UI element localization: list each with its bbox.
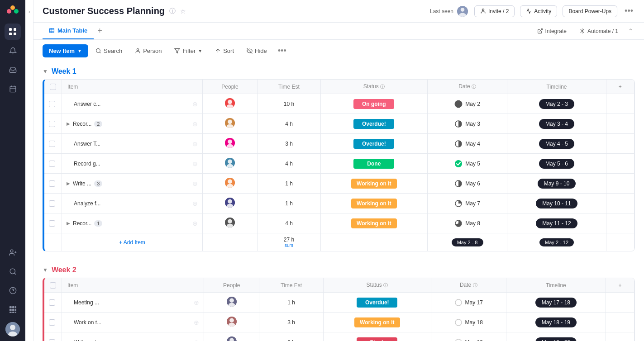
- row-checkbox[interactable]: [49, 299, 55, 306]
- row-checkbox[interactable]: [49, 121, 55, 127]
- svg-point-77: [455, 299, 462, 306]
- svg-point-1: [10, 5, 15, 10]
- svg-rect-6: [14, 33, 16, 35]
- info-icon[interactable]: ⓘ: [169, 7, 176, 15]
- new-item-button[interactable]: New Item ▼: [43, 44, 88, 57]
- row-extra-cell: [606, 114, 634, 134]
- status-badge[interactable]: Overdue!: [353, 119, 394, 129]
- activity-button[interactable]: Activity: [520, 5, 557, 17]
- automate-button[interactable]: Automate / 1: [575, 26, 623, 37]
- date-value: May 8: [465, 220, 480, 227]
- sidebar-item-search[interactable]: [5, 263, 21, 279]
- status-badge[interactable]: Working on it: [351, 199, 396, 208]
- sort-button[interactable]: Sort: [210, 45, 239, 57]
- sidebar-collapse[interactable]: ›: [25, 0, 33, 341]
- svg-point-14: [10, 269, 15, 274]
- add-item-row: + Add Item 27 h sum May 2 - 8 May 2 - 12: [44, 233, 634, 251]
- expand-icon[interactable]: ▶: [67, 121, 70, 126]
- app-logo[interactable]: [6, 5, 19, 18]
- add-item-cell[interactable]: + Add Item: [62, 233, 203, 251]
- add-subitem-button[interactable]: ⊕: [192, 120, 198, 128]
- row-checkbox[interactable]: [49, 339, 55, 341]
- status-badge[interactable]: Overdue!: [353, 139, 394, 149]
- tab-main-table[interactable]: Main Table: [43, 23, 94, 39]
- date-cell: May 17: [431, 293, 506, 313]
- col-add[interactable]: +: [606, 80, 634, 94]
- topbar-more-button[interactable]: •••: [623, 5, 635, 18]
- expand-icon[interactable]: ▶: [67, 221, 70, 226]
- header-checkbox[interactable]: [50, 84, 56, 90]
- svg-rect-26: [15, 312, 16, 313]
- expand-icon[interactable]: ▶: [67, 181, 70, 186]
- table-row: Answer c... ⊕ 10 h On going May 2: [44, 94, 634, 114]
- add-subitem-button[interactable]: ⊕: [192, 100, 198, 108]
- sidebar-item-person-add[interactable]: [5, 244, 21, 260]
- svg-point-60: [227, 164, 234, 169]
- tabbar-collapse-button[interactable]: ⌃: [626, 26, 635, 36]
- avatar: [224, 217, 236, 228]
- week1-header[interactable]: ▼ Week 1: [33, 62, 644, 79]
- sidebar-item-apps[interactable]: [5, 301, 21, 317]
- add-subitem-button[interactable]: ⊕: [192, 140, 198, 147]
- svg-point-81: [455, 319, 462, 326]
- integrate-button[interactable]: Integrate: [533, 26, 571, 37]
- add-tab-button[interactable]: +: [94, 23, 106, 39]
- row-checkbox[interactable]: [49, 161, 55, 167]
- toolbar-more-button[interactable]: •••: [274, 44, 290, 57]
- person-button[interactable]: Person: [129, 45, 167, 57]
- topbar: Customer Success Planning ⓘ ☆ Last seen …: [33, 0, 644, 23]
- status-badge[interactable]: Working on it: [351, 218, 396, 228]
- add-subitem-button[interactable]: ⊕: [194, 299, 199, 306]
- timeline-cell: May 17 - 18: [506, 293, 606, 313]
- status-badge[interactable]: Overdue!: [357, 298, 397, 308]
- row-checkbox[interactable]: [49, 141, 55, 147]
- invite-button[interactable]: Invite / 2: [474, 5, 515, 17]
- sidebar-item-inbox[interactable]: [5, 62, 21, 78]
- svg-line-41: [100, 52, 100, 53]
- time-cell: 1 h: [258, 194, 321, 213]
- add-subitem-button[interactable]: ⊕: [194, 319, 199, 326]
- row-checkbox[interactable]: [49, 319, 55, 326]
- timeline-cell: May 3 - 4: [507, 114, 606, 134]
- time-cell: 4 h: [258, 114, 321, 134]
- status-badge[interactable]: On going: [353, 99, 394, 109]
- user-avatar[interactable]: [5, 322, 20, 336]
- sidebar-item-notifications[interactable]: [5, 43, 21, 59]
- hide-button[interactable]: Hide: [241, 45, 272, 57]
- status-badge[interactable]: Stuck: [357, 337, 397, 341]
- add-subitem-button[interactable]: ⊕: [194, 339, 199, 341]
- timeline-badge: May 11 - 12: [536, 218, 577, 228]
- status-badge[interactable]: Working on it: [351, 179, 396, 189]
- search-button[interactable]: Search: [90, 45, 128, 57]
- row-checkbox[interactable]: [49, 101, 55, 107]
- add-subitem-button[interactable]: ⊕: [192, 220, 198, 227]
- week2-header[interactable]: ▼ Week 2: [33, 260, 644, 278]
- item-name: Recor...: [73, 121, 91, 127]
- status-badge[interactable]: Working on it: [354, 317, 400, 327]
- col-add[interactable]: +: [606, 278, 634, 293]
- avatar: [224, 117, 236, 129]
- date-value: May 3: [465, 121, 480, 127]
- sidebar-item-calendar[interactable]: [5, 81, 21, 97]
- board-power-ups-button[interactable]: Board Power-Ups: [563, 5, 617, 17]
- date-value: May 2: [465, 101, 480, 107]
- date-cell: May 7: [427, 194, 507, 213]
- col-timeline: Timeline: [507, 80, 606, 94]
- row-checkbox[interactable]: [49, 220, 55, 227]
- header-checkbox[interactable]: [50, 282, 56, 289]
- add-subitem-button[interactable]: ⊕: [192, 180, 198, 187]
- col-item: Item: [62, 80, 203, 94]
- star-icon[interactable]: ☆: [180, 8, 186, 15]
- sidebar-item-help[interactable]: [5, 282, 21, 298]
- sidebar-item-grid[interactable]: [5, 24, 21, 40]
- row-checkbox[interactable]: [49, 200, 55, 207]
- status-badge[interactable]: Done: [353, 159, 394, 169]
- time-cell: 1 h: [258, 174, 321, 194]
- time-cell: 3 h: [259, 313, 323, 332]
- add-subitem-button[interactable]: ⊕: [192, 160, 198, 167]
- svg-line-38: [539, 29, 542, 32]
- filter-button[interactable]: Filter ▼: [169, 45, 208, 57]
- week2-chevron: ▼: [43, 267, 48, 273]
- add-subitem-button[interactable]: ⊕: [192, 200, 198, 207]
- row-checkbox[interactable]: [49, 180, 55, 187]
